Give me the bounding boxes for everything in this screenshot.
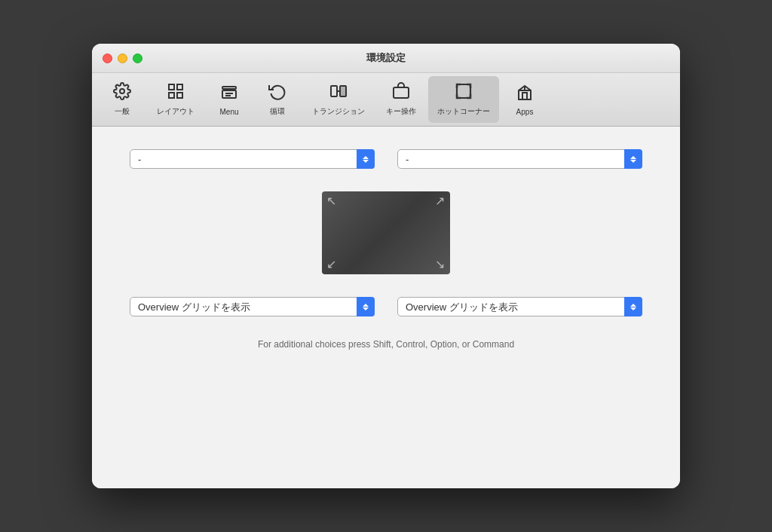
top-right-dropdown-arrow[interactable] xyxy=(624,149,642,169)
toolbar-label-layout: レイアウト xyxy=(157,106,195,117)
toolbar-item-menu[interactable]: Menu xyxy=(207,76,252,123)
bottom-right-dropdown[interactable]: Overview グリッドを表示 Option 1 Option 2 xyxy=(397,297,642,316)
svg-rect-1 xyxy=(169,84,174,90)
svg-rect-12 xyxy=(394,87,409,98)
top-left-dropdown-arrow[interactable] xyxy=(357,149,375,169)
toolbar-item-keyboard[interactable]: キー操作 xyxy=(377,76,425,123)
toolbar-label-general: 一般 xyxy=(115,106,130,117)
top-left-dropdown-wrapper: - Option 1 Option 2 xyxy=(130,149,375,169)
toolbar-item-hotcorner[interactable]: ホットコーナー xyxy=(428,76,499,123)
corner-br-icon: ↘ xyxy=(435,259,446,270)
content-area: - Option 1 Option 2 - Option 1 Option 2 … xyxy=(92,127,680,488)
toolbar-item-transition[interactable]: トランジション xyxy=(303,76,374,123)
svg-rect-10 xyxy=(340,86,346,96)
corner-tl-icon: ↖ xyxy=(326,196,337,206)
center-preview-area: ↖ ↗ ↙ ↘ xyxy=(130,191,642,274)
footer-text: For additional choices press Shift, Cont… xyxy=(130,339,642,350)
bottom-right-dropdown-arrow[interactable] xyxy=(624,297,642,316)
toolbar-label-keyboard: キー操作 xyxy=(386,106,416,117)
svg-rect-5 xyxy=(222,87,236,89)
transition-icon xyxy=(329,82,348,103)
toolbar-item-apps[interactable]: Apps xyxy=(502,76,547,123)
menu-icon xyxy=(220,84,238,105)
toolbar-label-cycle: 循環 xyxy=(270,106,285,117)
corner-bl-icon: ↙ xyxy=(326,259,337,270)
toolbar-item-layout[interactable]: レイアウト xyxy=(148,76,204,123)
toolbar-label-menu: Menu xyxy=(219,108,238,116)
traffic-lights xyxy=(103,54,142,63)
svg-rect-14 xyxy=(457,84,470,98)
gear-icon xyxy=(113,82,131,103)
bottom-dropdowns-row: Overview グリッドを表示 Option 1 Option 2 Overv… xyxy=(130,297,642,316)
toolbar-label-hotcorner: ホットコーナー xyxy=(437,106,490,117)
apps-icon xyxy=(516,84,534,105)
toolbar-label-transition: トランジション xyxy=(312,106,365,117)
svg-rect-2 xyxy=(177,84,182,90)
top-right-dropdown-wrapper: - Option 1 Option 2 xyxy=(397,149,642,169)
bottom-left-dropdown[interactable]: Overview グリッドを表示 Option 1 Option 2 xyxy=(130,297,375,316)
hotcorner-icon xyxy=(455,82,473,103)
top-dropdowns-row: - Option 1 Option 2 - Option 1 Option 2 xyxy=(130,149,642,169)
bottom-left-dropdown-arrow[interactable] xyxy=(357,297,375,316)
svg-rect-3 xyxy=(169,93,174,98)
top-right-dropdown[interactable]: - Option 1 Option 2 xyxy=(397,149,642,169)
toolbar-item-general[interactable]: 一般 xyxy=(100,76,145,123)
cycle-icon xyxy=(268,82,286,103)
hot-corner-preview: ↖ ↗ ↙ ↘ xyxy=(322,191,450,274)
window-title: 環境設定 xyxy=(103,51,669,65)
corner-tr-icon: ↗ xyxy=(435,196,446,206)
toolbar: 一般 レイアウト xyxy=(92,73,680,127)
bottom-right-dropdown-wrapper: Overview グリッドを表示 Option 1 Option 2 xyxy=(397,297,642,316)
close-button[interactable] xyxy=(103,54,112,63)
grid-icon xyxy=(167,82,185,103)
svg-rect-9 xyxy=(331,86,337,96)
maximize-button[interactable] xyxy=(133,54,142,63)
main-window: 環境設定 一般 レイアウト xyxy=(92,44,680,488)
svg-point-0 xyxy=(120,89,124,93)
svg-rect-4 xyxy=(177,93,182,98)
bottom-left-dropdown-wrapper: Overview グリッドを表示 Option 1 Option 2 xyxy=(130,297,375,316)
toolbar-label-apps: Apps xyxy=(516,108,534,116)
title-bar: 環境設定 xyxy=(92,44,680,73)
minimize-button[interactable] xyxy=(118,54,127,63)
toolbar-item-cycle[interactable]: 循環 xyxy=(255,76,300,123)
keyboard-icon xyxy=(392,82,410,103)
top-left-dropdown[interactable]: - Option 1 Option 2 xyxy=(130,149,375,169)
